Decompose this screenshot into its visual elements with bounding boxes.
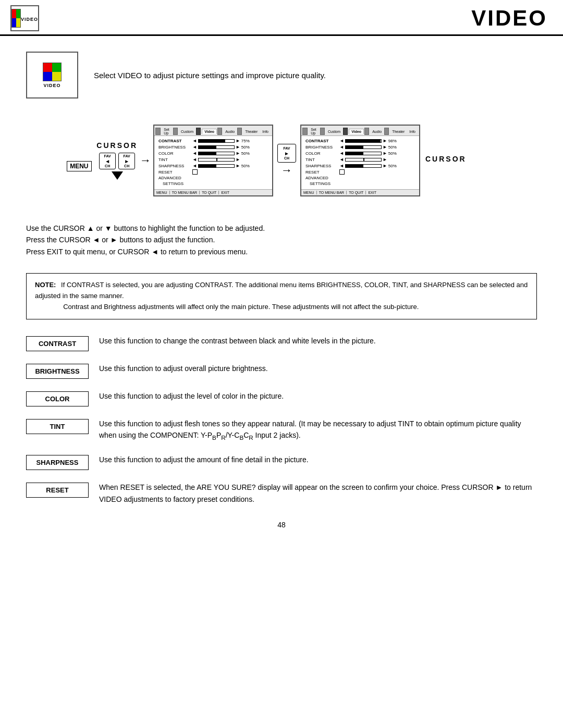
- left-remote-group: CURSOR MENU FAV ◄ CH FAV ► CH: [96, 141, 138, 180]
- video-icon-label: VIDEO: [43, 83, 60, 88]
- video-color-icon: [43, 63, 62, 81]
- note-box: NOTE: If CONTRAST is selected, you are a…: [26, 273, 537, 319]
- page-title: VIDEO: [471, 6, 547, 31]
- instructions-section: Use the CURSOR ▲ or ▼ buttons to highlig…: [26, 223, 537, 257]
- down-arrow-icon: [112, 171, 123, 180]
- fav-button-left[interactable]: FAV ◄ CH: [99, 153, 116, 169]
- right-osd-footer: MENU TO MENU BAR TO QUIT EXIT: [301, 189, 419, 195]
- tab-theater-r[interactable]: Theater: [390, 129, 407, 134]
- left-osd-tabs: Set Up Custom Video Audio Theater Info: [154, 126, 272, 136]
- function-label-color: COLOR: [26, 391, 89, 406]
- left-osd-footer: MENU TO MENU BAR TO QUIT EXIT: [154, 189, 272, 195]
- right-osd-body: CONTRAST ◄ ► 98% BRIGHTNESS ◄ ► 50%: [301, 136, 419, 189]
- left-cursor-label: CURSOR: [96, 141, 138, 150]
- tab-video-r[interactable]: Video: [349, 129, 364, 134]
- fav-label: FAV: [104, 154, 111, 158]
- footer-toquit-r: TO QUIT: [349, 191, 363, 194]
- footer-exit-r: EXIT: [368, 191, 376, 194]
- footer-exit-l: EXIT: [221, 191, 229, 194]
- diagram-section: CURSOR MENU FAV ◄ CH FAV ► CH: [26, 119, 537, 202]
- left-osd-screen: Set Up Custom Video Audio Theater Info C…: [153, 125, 273, 196]
- right-cursor-group: CURSOR: [425, 155, 467, 166]
- tab-info-l[interactable]: Info: [260, 129, 271, 134]
- tab-icon-0: [155, 128, 161, 135]
- tab-setup-r[interactable]: Set Up: [309, 127, 320, 135]
- osd-row-contrast-l: CONTRAST ◄ ► 75%: [158, 138, 268, 143]
- instruction-2: Press the CURSOR ◄ or ► buttons to adjus…: [26, 234, 537, 245]
- osd-row-tint-l: TINT ◄ ►: [158, 157, 268, 162]
- osd-row-reset-r: RESET: [305, 169, 415, 175]
- footer-menu-r: MENU: [303, 191, 314, 194]
- remote-buttons: FAV ◄ CH FAV ► CH: [99, 153, 135, 169]
- tab-custom-r[interactable]: Custom: [326, 129, 342, 134]
- tab-audio-r[interactable]: Audio: [370, 129, 384, 134]
- arrow-between-osd: →: [281, 164, 292, 177]
- note-line-1: If CONTRAST is selected, you are adjusti…: [35, 281, 528, 300]
- fav-label-r: FAV: [124, 154, 130, 158]
- function-desc-reset: When RESET is selected, the ARE YOU SURE…: [99, 482, 537, 505]
- function-desc-sharpness: Use this function to adjust the amount o…: [99, 454, 537, 465]
- tab-audio-l[interactable]: Audio: [223, 129, 237, 134]
- ch-mid-label: CH: [284, 156, 289, 161]
- tab-icon-4: [237, 128, 242, 135]
- osd-row-sharpness-r: SHARPNESS ◄ ► 50%: [305, 163, 415, 168]
- function-desc-tint: Use this function to adjust flesh tones …: [99, 418, 537, 443]
- function-label-tint: TINT: [26, 419, 89, 434]
- tab-icon-2-l: [196, 128, 201, 135]
- right-osd-tabs: Set Up Custom Video Audio Theater Info: [301, 126, 419, 136]
- function-row-sharpness: SHARPNESS Use this function to adjust th…: [26, 454, 537, 470]
- note-line-2: Contrast and Brightness adjustments will…: [63, 303, 419, 311]
- instruction-3: Press EXIT to quit menu, or CURSOR ◄ to …: [26, 246, 537, 257]
- tab-custom-l[interactable]: Custom: [179, 129, 195, 134]
- tab-icon-r0: [302, 128, 308, 135]
- tab-setup-l[interactable]: Set Up: [162, 127, 173, 135]
- footer-menu-l: MENU: [156, 191, 167, 194]
- color-yellow: [16, 18, 20, 27]
- function-row-color: COLOR Use this function to adjust the le…: [26, 390, 537, 406]
- tab-info-r[interactable]: Info: [407, 129, 418, 134]
- right-arrow-mid-icon: ►: [284, 151, 289, 156]
- video-icon-box: VIDEO: [26, 52, 78, 98]
- osd-row-brightness-l: BRIGHTNESS ◄ ► 50%: [158, 144, 268, 150]
- osd-row-contrast-r: CONTRAST ◄ ► 98%: [305, 138, 415, 143]
- function-desc-color: Use this function to adjust the level of…: [99, 390, 537, 402]
- left-osd-body: CONTRAST ◄ ► 75% BRIGHTNESS ◄ ► 50%: [154, 136, 272, 189]
- color-blue: [12, 18, 16, 27]
- color-grid-icon: [11, 9, 21, 28]
- top-section: VIDEO Select VIDEO to adjust picture set…: [26, 52, 537, 98]
- function-label-reset: RESET: [26, 483, 89, 498]
- function-label-contrast: CONTRAST: [26, 336, 89, 351]
- fav-button-right[interactable]: FAV ► CH: [118, 153, 135, 169]
- function-label-sharpness: SHARPNESS: [26, 455, 89, 470]
- osd-row-settings-l: SETTINGS: [158, 181, 268, 186]
- page-number: 48: [26, 521, 537, 529]
- tab-theater-l[interactable]: Theater: [243, 129, 260, 134]
- footer-tomenubar-r: TO MENU BAR: [319, 191, 345, 194]
- tab-icon-r1: [320, 128, 325, 135]
- instruction-1: Use the CURSOR ▲ or ▼ buttons to highlig…: [26, 223, 537, 234]
- function-row-tint: TINT Use this function to adjust flesh t…: [26, 418, 537, 443]
- function-label-brightness: BRIGHTNESS: [26, 364, 89, 379]
- functions-section: CONTRAST Use this function to change the…: [26, 335, 537, 505]
- function-desc-contrast: Use this function to change the contrast…: [99, 335, 537, 347]
- fav-ch-middle-button[interactable]: FAV ► CH: [277, 144, 296, 163]
- header-icon-label: VIDEO: [21, 17, 38, 22]
- fav-mid-label: FAV: [283, 146, 290, 151]
- color-green: [16, 9, 20, 18]
- menu-label: MENU: [67, 161, 91, 171]
- footer-toquit-l: TO QUIT: [202, 191, 216, 194]
- osd-row-sharpness-l: SHARPNESS ◄ ► 50%: [158, 163, 268, 168]
- header-icon: VIDEO: [10, 5, 39, 31]
- top-description: Select VIDEO to adjust picture settings …: [94, 71, 326, 80]
- osd-row-color-r: COLOR ◄ ► 50%: [305, 151, 415, 156]
- osd-row-color-l: COLOR ◄ ► 50%: [158, 151, 268, 156]
- tab-video-l[interactable]: Video: [202, 129, 217, 134]
- arrow-to-left-osd: →: [140, 154, 151, 167]
- osd-row-advanced-l: ADVANCED: [158, 176, 268, 180]
- tab-icon-r2: [343, 128, 348, 135]
- osd-row-advanced-r: ADVANCED: [305, 176, 415, 180]
- tab-icon-r4: [384, 128, 389, 135]
- function-desc-brightness: Use this function to adjust overall pict…: [99, 363, 537, 374]
- footer-tomenubar-l: TO MENU BAR: [172, 191, 198, 194]
- page-header: VIDEO VIDEO: [0, 0, 563, 36]
